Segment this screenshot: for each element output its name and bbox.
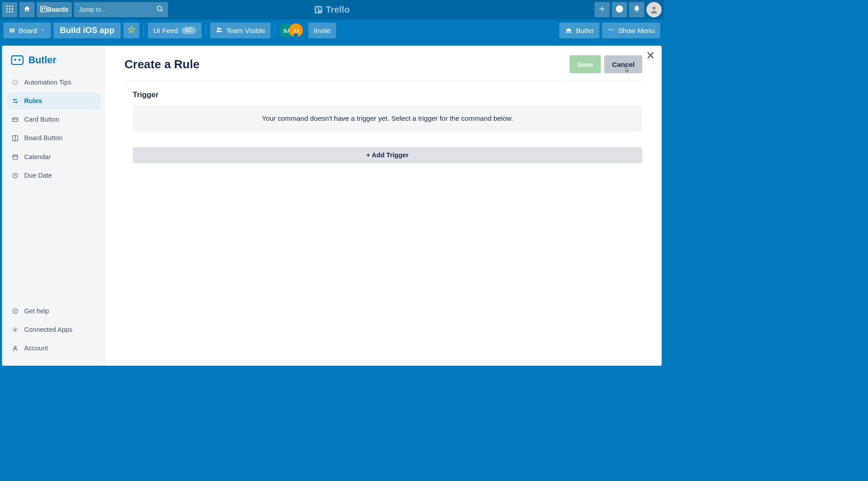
page-header: Create a Rule Save Cancel <box>124 55 642 81</box>
sidebar-title: Butler <box>2 51 105 74</box>
sidebar-item-due-date[interactable]: Due Date <box>7 167 100 184</box>
ui-feed-button[interactable]: UI Feed BC <box>148 23 202 38</box>
cancel-label: Cancel <box>612 60 635 68</box>
sparkle-icon <box>12 79 19 85</box>
plus-icon <box>599 5 605 14</box>
svg-point-20 <box>652 7 656 10</box>
people-icon <box>216 26 222 35</box>
sidebar-item-label: Card Button <box>24 116 60 123</box>
svg-point-45 <box>14 329 16 330</box>
divider <box>143 26 144 35</box>
star-icon <box>127 26 135 35</box>
page-actions: Save Cancel <box>570 55 642 73</box>
board-icon <box>40 5 47 14</box>
sidebar-item-account[interactable]: Account <box>7 340 100 357</box>
svg-rect-37 <box>13 155 17 159</box>
apps-grid-icon <box>6 5 13 14</box>
member-stack: SJ JJ <box>279 24 303 38</box>
close-button[interactable] <box>646 51 655 61</box>
search-input[interactable] <box>74 2 168 18</box>
sliders-icon <box>12 98 19 104</box>
add-trigger-button[interactable]: + Add Trigger <box>133 147 642 163</box>
brand-logo: Trello <box>314 5 350 15</box>
svg-rect-15 <box>316 7 318 12</box>
sidebar-item-rules[interactable]: Rules <box>7 93 100 109</box>
svg-rect-8 <box>12 11 13 12</box>
butler-robot-icon <box>11 55 24 65</box>
svg-point-32 <box>16 102 17 103</box>
member-avatar[interactable]: JJ <box>289 24 303 38</box>
sidebar-item-automation-tips[interactable]: Automation Tips <box>7 74 100 91</box>
create-button[interactable] <box>594 2 610 18</box>
butler-sidebar: Butler Automation Tips Rules Card Button <box>2 46 105 366</box>
invite-button[interactable]: Invite <box>308 23 336 38</box>
svg-point-27 <box>611 29 612 30</box>
sidebar-item-calendar[interactable]: Calendar <box>7 149 100 165</box>
sidebar-title-text: Butler <box>28 55 57 66</box>
sidebar-item-get-help[interactable]: Get help <box>7 303 100 320</box>
svg-rect-2 <box>12 5 13 7</box>
sidebar-item-label: Rules <box>24 97 42 105</box>
sidebar-item-board-button[interactable]: Board Button <box>7 130 100 146</box>
show-menu-button[interactable]: Show Menu <box>602 23 660 38</box>
boards-button[interactable]: Boards <box>37 2 72 18</box>
apps-menu-button[interactable] <box>2 2 18 18</box>
sidebar-item-label: Get help <box>24 307 49 315</box>
board-icon <box>12 135 19 141</box>
info-icon <box>616 5 623 14</box>
svg-point-44 <box>15 310 15 310</box>
global-header: Boards Trello <box>0 0 664 20</box>
star-button[interactable] <box>123 23 139 38</box>
info-button[interactable] <box>612 2 627 18</box>
sidebar-item-label: Board Button <box>24 134 63 142</box>
show-menu-label: Show Menu <box>618 26 655 34</box>
svg-rect-16 <box>319 7 321 10</box>
gear-icon <box>12 326 19 333</box>
butler-label: Butler <box>576 26 594 34</box>
svg-point-46 <box>14 346 16 349</box>
svg-point-12 <box>157 6 162 11</box>
svg-point-24 <box>217 27 219 29</box>
svg-point-30 <box>14 99 15 100</box>
home-button[interactable] <box>19 2 35 18</box>
sidebar-item-label: Calendar <box>24 153 51 161</box>
board-title[interactable]: Build iOS app <box>54 23 121 38</box>
user-icon <box>12 345 19 352</box>
notifications-button[interactable] <box>629 2 645 18</box>
page-title: Create a Rule <box>124 57 199 71</box>
svg-rect-4 <box>9 8 10 9</box>
search-icon <box>156 5 164 14</box>
sidebar-footer: Get help Connected Apps Account <box>2 303 105 366</box>
save-button[interactable]: Save <box>570 55 601 73</box>
chevron-down-icon <box>41 26 46 34</box>
svg-rect-0 <box>6 5 8 7</box>
sidebar-item-label: Due Date <box>24 172 52 179</box>
svg-rect-21 <box>10 28 11 33</box>
board-bar: Board Build iOS app UI Feed BC Team Visi… <box>0 20 664 41</box>
user-avatar[interactable] <box>646 2 662 18</box>
board-view-button[interactable]: Board <box>4 23 51 38</box>
svg-line-13 <box>161 10 163 12</box>
svg-rect-9 <box>41 6 47 12</box>
cancel-button[interactable]: Cancel <box>604 55 642 73</box>
sidebar-item-label: Connected Apps <box>24 326 73 334</box>
sidebar-item-connected-apps[interactable]: Connected Apps <box>7 321 100 338</box>
invite-label: Invite <box>314 26 330 34</box>
svg-rect-33 <box>13 118 18 122</box>
clock-icon <box>12 172 19 179</box>
divider <box>275 26 275 35</box>
butler-panel: Butler Automation Tips Rules Card Button <box>2 46 662 366</box>
sidebar-item-label: Automation Tips <box>24 79 71 86</box>
butler-button[interactable]: Butler <box>559 23 599 38</box>
svg-point-28 <box>613 29 614 30</box>
dots-icon <box>608 26 614 35</box>
svg-point-19 <box>619 7 619 7</box>
sidebar-item-card-button[interactable]: Card Button <box>7 111 100 128</box>
trigger-empty-state: Your command doesn't have a trigger yet.… <box>133 105 642 131</box>
butler-hat-icon <box>565 26 572 34</box>
team-visible-label: Team Visible <box>226 26 265 34</box>
trigger-heading: Trigger <box>133 90 642 99</box>
team-visible-button[interactable]: Team Visible <box>210 23 271 38</box>
info-icon <box>12 307 19 314</box>
brand-name: Trello <box>326 5 349 15</box>
